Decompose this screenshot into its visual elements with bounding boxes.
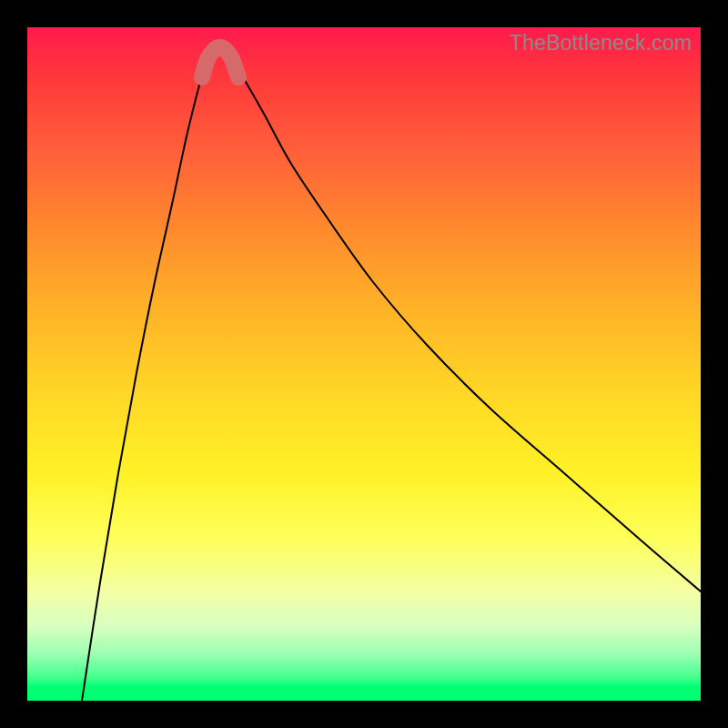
bottleneck-plot [27, 27, 701, 701]
chart-frame: TheBottleneck.com [27, 27, 701, 701]
cusp-marker [202, 47, 238, 77]
curve-path [82, 46, 701, 701]
